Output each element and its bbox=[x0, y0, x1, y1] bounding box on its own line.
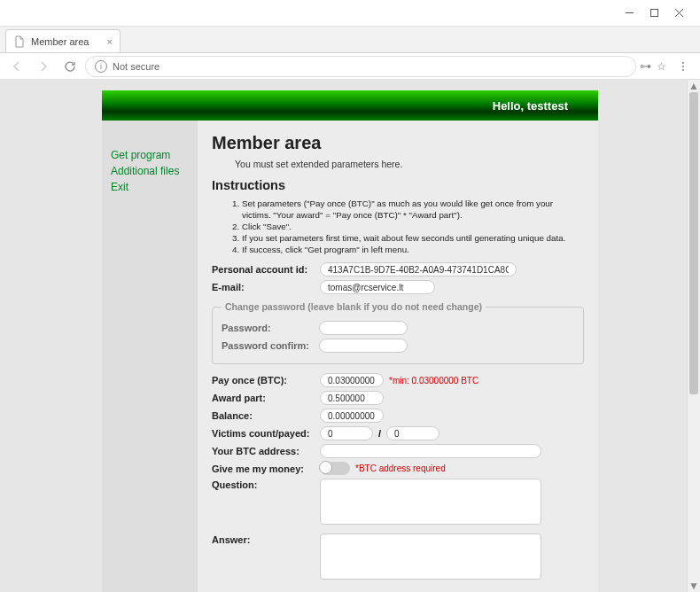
tab-title: Member area bbox=[31, 36, 89, 47]
svg-point-1 bbox=[682, 61, 684, 63]
label-question: Question: bbox=[212, 479, 320, 525]
sidebar-item-exit[interactable]: Exit bbox=[111, 179, 194, 195]
give-money-hint: *BTC address required bbox=[355, 463, 446, 473]
btc-address-field[interactable] bbox=[320, 444, 541, 458]
scroll-up-icon[interactable]: ▲ bbox=[688, 80, 700, 92]
svg-point-2 bbox=[682, 65, 684, 66]
sidebar-item-additional-files[interactable]: Additional files bbox=[111, 163, 194, 179]
email-field[interactable] bbox=[320, 280, 435, 294]
sidebar-item-get-program[interactable]: Get program bbox=[111, 147, 194, 163]
tab-bar: Member area × bbox=[0, 27, 700, 53]
victims-payed-field[interactable] bbox=[386, 426, 439, 440]
page-note: You must set extended parameters here. bbox=[235, 159, 584, 169]
page-header: Hello, testtest bbox=[102, 90, 598, 121]
main-content: Member area You must set extended parame… bbox=[198, 121, 598, 592]
instructions-list: Set parameters ("Pay once (BTC)" as much… bbox=[242, 198, 584, 255]
password-field[interactable] bbox=[319, 321, 408, 335]
forward-button[interactable] bbox=[32, 56, 55, 77]
star-icon[interactable]: ☆ bbox=[657, 60, 666, 73]
menu-button[interactable] bbox=[672, 56, 695, 77]
page: Hello, testtest Get program Additional f… bbox=[102, 90, 598, 592]
label-password: Password: bbox=[222, 323, 319, 333]
browser-tab[interactable]: Member area × bbox=[5, 29, 121, 52]
security-label: Not secure bbox=[113, 61, 159, 72]
change-password-fieldset: Change password (leave blank if you do n… bbox=[212, 301, 584, 364]
scroll-thumb[interactable] bbox=[689, 92, 698, 394]
instruction-item: Click "Save". bbox=[242, 221, 584, 232]
pay-once-hint: *min: 0.03000000 BTC bbox=[389, 376, 478, 386]
maximize-button[interactable] bbox=[642, 4, 666, 22]
label-pay-once: Pay once (BTC): bbox=[212, 375, 320, 386]
key-icon[interactable]: ⊶ bbox=[640, 59, 651, 73]
sidebar: Get program Additional files Exit bbox=[102, 121, 198, 592]
label-password-confirm: Password confirm: bbox=[222, 340, 319, 351]
viewport: pcrisk.com Hello, testtest Get program A… bbox=[0, 80, 700, 592]
instruction-item: If you set parameters first time, wait a… bbox=[242, 232, 584, 244]
award-part-field[interactable] bbox=[320, 391, 384, 405]
label-give-money: Give me my money: bbox=[212, 463, 320, 474]
slash-divider: / bbox=[378, 428, 381, 439]
omnibox[interactable]: i Not secure bbox=[85, 56, 636, 77]
instruction-item: If success, click "Get program" in left … bbox=[242, 244, 584, 255]
account-id-field[interactable] bbox=[320, 262, 517, 277]
balance-field[interactable] bbox=[320, 409, 384, 423]
change-password-legend: Change password (leave blank if you do n… bbox=[222, 301, 486, 312]
scroll-down-icon[interactable]: ▼ bbox=[688, 580, 700, 592]
svg-point-3 bbox=[682, 68, 684, 70]
label-account-id: Personal account id: bbox=[212, 264, 320, 275]
page-icon bbox=[13, 35, 26, 48]
address-bar: i Not secure ⊶ ☆ bbox=[0, 53, 700, 80]
minimize-button[interactable] bbox=[617, 4, 642, 22]
answer-textarea[interactable] bbox=[320, 534, 541, 580]
back-button[interactable] bbox=[5, 56, 28, 77]
greeting: Hello, testtest bbox=[493, 99, 568, 113]
window-titlebar bbox=[0, 0, 700, 27]
give-money-toggle[interactable] bbox=[320, 462, 350, 475]
label-email: E-mail: bbox=[212, 282, 320, 292]
close-window-button[interactable] bbox=[666, 4, 691, 22]
label-award-part: Award part: bbox=[212, 393, 320, 403]
page-title: Member area bbox=[212, 133, 584, 153]
label-btc-address: Your BTC address: bbox=[212, 446, 320, 456]
info-icon: i bbox=[95, 60, 107, 73]
label-answer: Answer: bbox=[212, 534, 320, 580]
instructions-heading: Instructions bbox=[212, 178, 584, 192]
victims-count-field[interactable] bbox=[320, 426, 373, 440]
scrollbar[interactable]: ▲ ▼ bbox=[687, 80, 700, 592]
label-victims: Victims count/payed: bbox=[212, 428, 320, 439]
pay-once-field[interactable] bbox=[320, 373, 384, 387]
password-confirm-field[interactable] bbox=[319, 339, 408, 353]
close-tab-icon[interactable]: × bbox=[107, 36, 113, 47]
instruction-item: Set parameters ("Pay once (BTC)" as much… bbox=[242, 198, 584, 221]
svg-rect-0 bbox=[650, 10, 657, 17]
label-balance: Balance: bbox=[212, 410, 320, 421]
question-textarea[interactable] bbox=[320, 479, 541, 525]
reload-button[interactable] bbox=[58, 56, 82, 77]
